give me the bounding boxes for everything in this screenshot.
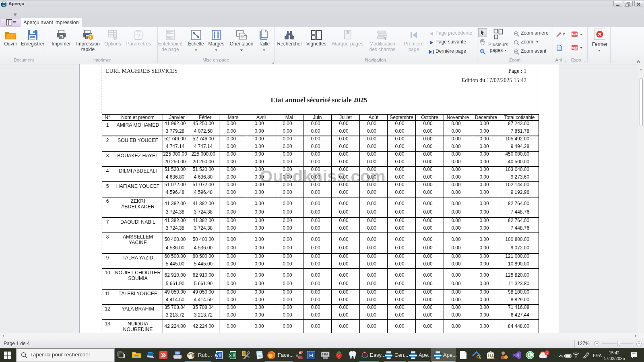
svg-text:X: X: [229, 354, 231, 358]
svg-text:?: ?: [137, 33, 140, 39]
svg-text:1: 1: [546, 351, 548, 355]
svg-text:PDF: PDF: [573, 47, 576, 49]
svg-text:PDF: PDF: [573, 33, 576, 35]
svg-text:W: W: [215, 354, 219, 358]
svg-text:H: H: [309, 352, 313, 358]
